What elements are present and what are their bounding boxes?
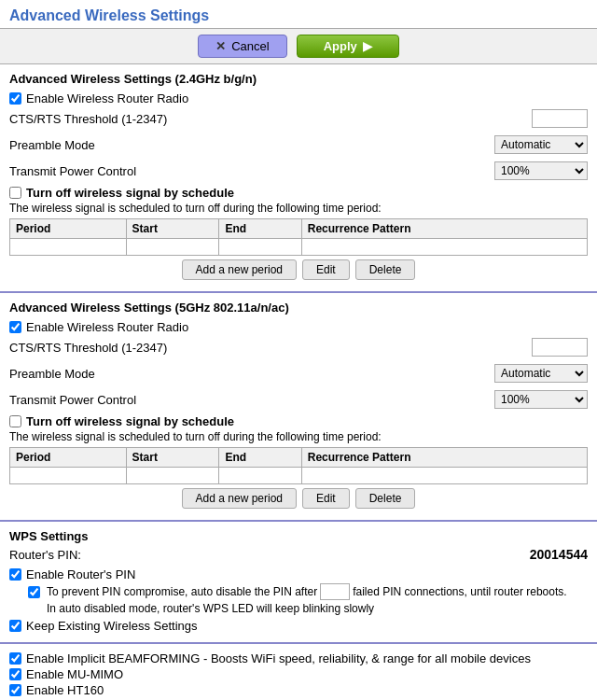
edit-5-button[interactable]: Edit bbox=[302, 488, 350, 509]
col-period-24: Period bbox=[10, 219, 127, 239]
power-5-select[interactable]: 100% 75% 50% 25% bbox=[494, 390, 588, 409]
arrow-icon: ▶ bbox=[363, 39, 372, 53]
section-24ghz-title: Advanced Wireless Settings (2.4GHz b/g/n… bbox=[9, 72, 588, 86]
power-5-label: Transmit Power Control bbox=[9, 393, 136, 407]
wps-pin-value: 20014544 bbox=[530, 547, 588, 562]
cts-5-input[interactable]: 2347 bbox=[532, 338, 588, 357]
auto-disable-post: failed PIN connections, until router reb… bbox=[353, 585, 566, 598]
enable-radio-5-label: Enable Wireless Router Radio bbox=[26, 320, 188, 334]
schedule-24-label: Turn off wireless signal by schedule bbox=[26, 186, 234, 200]
mumimo-checkbox[interactable] bbox=[9, 668, 21, 680]
add-period-24-button[interactable]: Add a new period bbox=[182, 259, 297, 280]
delete-24-button[interactable]: Delete bbox=[355, 259, 416, 280]
table-row bbox=[10, 239, 588, 256]
x-icon: ✕ bbox=[215, 39, 226, 53]
auto-disable-note: In auto disabled mode, router's WPS LED … bbox=[47, 602, 588, 615]
beamforming-label: Enable Implicit BEAMFORMING - Boosts WiF… bbox=[26, 651, 531, 665]
section-5ghz-title: Advanced Wireless Settings (5GHz 802.11a… bbox=[9, 301, 588, 315]
beamforming-checkbox[interactable] bbox=[9, 652, 21, 665]
extra-section: Enable Implicit BEAMFORMING - Boosts WiF… bbox=[0, 644, 597, 700]
auto-disable-pre: To prevent PIN compromise, auto disable … bbox=[47, 585, 317, 598]
wps-section: WPS Settings Router's PIN: 20014544 Enab… bbox=[0, 522, 597, 644]
col-recurrence-24: Recurrence Pattern bbox=[301, 219, 587, 239]
section-24ghz: Advanced Wireless Settings (2.4GHz b/g/n… bbox=[0, 64, 597, 293]
power-24-label: Transmit Power Control bbox=[9, 164, 136, 178]
beamforming-row: Enable Implicit BEAMFORMING - Boosts WiF… bbox=[9, 651, 588, 665]
delete-5-button[interactable]: Delete bbox=[355, 488, 416, 509]
cts-5-label: CTS/RTS Threshold (1-2347) bbox=[9, 341, 167, 355]
cancel-label: Cancel bbox=[231, 39, 269, 53]
cts-24-row: CTS/RTS Threshold (1-2347) 2347 bbox=[9, 107, 588, 130]
col-start-5: Start bbox=[126, 448, 219, 468]
preamble-5-label: Preamble Mode bbox=[9, 367, 95, 381]
enable-pin-label: Enable Router's PIN bbox=[26, 567, 135, 581]
edit-24-button[interactable]: Edit bbox=[302, 259, 350, 280]
period-table-24: Period Start End Recurrence Pattern bbox=[9, 218, 588, 256]
enable-radio-24-label: Enable Wireless Router Radio bbox=[26, 91, 188, 105]
pin-count-input[interactable]: 3 bbox=[320, 583, 350, 600]
section-5ghz: Advanced Wireless Settings (5GHz 802.11a… bbox=[0, 293, 597, 522]
ht160-checkbox[interactable] bbox=[9, 684, 21, 696]
wps-auto-disable-block: To prevent PIN compromise, auto disable … bbox=[28, 583, 588, 615]
preamble-24-label: Preamble Mode bbox=[9, 138, 95, 152]
schedule-5-row: Turn off wireless signal by schedule bbox=[9, 414, 588, 428]
power-24-row: Transmit Power Control 100% 75% 50% 25% bbox=[9, 160, 588, 182]
schedule-24-note: The wireless signal is scheduled to turn… bbox=[9, 202, 588, 215]
ht160-label: Enable HT160 bbox=[26, 683, 104, 697]
mumimo-row: Enable MU-MIMO bbox=[9, 667, 588, 681]
page-title: Advanced Wireless Settings bbox=[0, 0, 597, 28]
add-period-5-button[interactable]: Add a new period bbox=[182, 488, 297, 509]
col-end-24: End bbox=[219, 219, 301, 239]
cts-24-input[interactable]: 2347 bbox=[532, 109, 588, 128]
auto-disable-row: To prevent PIN compromise, auto disable … bbox=[28, 583, 588, 600]
apply-label: Apply bbox=[324, 39, 357, 53]
enable-radio-24-checkbox[interactable] bbox=[9, 92, 21, 105]
col-end-5: End bbox=[219, 448, 301, 468]
schedule-24-checkbox[interactable] bbox=[9, 187, 21, 199]
cts-5-row: CTS/RTS Threshold (1-2347) 2347 bbox=[9, 336, 588, 358]
keep-settings-checkbox[interactable] bbox=[9, 620, 21, 632]
enable-pin-checkbox[interactable] bbox=[9, 568, 21, 581]
preamble-24-select[interactable]: Automatic Long Short bbox=[494, 135, 588, 154]
cts-24-label: CTS/RTS Threshold (1-2347) bbox=[9, 112, 167, 126]
wps-pin-row: Router's PIN: 20014544 bbox=[9, 547, 588, 562]
schedule-5-label: Turn off wireless signal by schedule bbox=[26, 414, 234, 428]
table-buttons-5: Add a new period Edit Delete bbox=[9, 488, 588, 509]
wps-title: WPS Settings bbox=[9, 529, 588, 543]
col-period-5: Period bbox=[10, 448, 127, 468]
col-start-24: Start bbox=[126, 219, 219, 239]
preamble-5-row: Preamble Mode Automatic Long Short bbox=[9, 362, 588, 385]
table-buttons-24: Add a new period Edit Delete bbox=[9, 259, 588, 280]
table-row bbox=[10, 468, 588, 484]
toolbar: ✕ Cancel Apply ▶ bbox=[0, 28, 597, 64]
enable-radio-24-row: Enable Wireless Router Radio bbox=[9, 91, 588, 105]
preamble-5-select[interactable]: Automatic Long Short bbox=[494, 364, 588, 383]
wps-pin-label: Router's PIN: bbox=[9, 548, 530, 562]
enable-radio-5-row: Enable Wireless Router Radio bbox=[9, 320, 588, 334]
schedule-5-checkbox[interactable] bbox=[9, 415, 21, 427]
col-recurrence-5: Recurrence Pattern bbox=[301, 448, 587, 468]
enable-pin-row: Enable Router's PIN bbox=[9, 567, 588, 581]
preamble-24-row: Preamble Mode Automatic Long Short bbox=[9, 133, 588, 156]
cancel-button[interactable]: ✕ Cancel bbox=[198, 35, 286, 58]
ht160-row: Enable HT160 bbox=[9, 683, 588, 697]
power-5-row: Transmit Power Control 100% 75% 50% 25% bbox=[9, 388, 588, 411]
schedule-24-row: Turn off wireless signal by schedule bbox=[9, 186, 588, 200]
period-table-5: Period Start End Recurrence Pattern bbox=[9, 447, 588, 484]
mumimo-label: Enable MU-MIMO bbox=[26, 667, 123, 681]
auto-disable-checkbox[interactable] bbox=[28, 586, 40, 598]
apply-button[interactable]: Apply ▶ bbox=[297, 35, 399, 58]
keep-settings-row: Keep Existing Wireless Settings bbox=[9, 619, 588, 633]
enable-radio-5-checkbox[interactable] bbox=[9, 321, 21, 333]
schedule-5-note: The wireless signal is scheduled to turn… bbox=[9, 430, 588, 443]
power-24-select[interactable]: 100% 75% 50% 25% bbox=[494, 161, 588, 180]
keep-settings-label: Keep Existing Wireless Settings bbox=[26, 619, 198, 633]
